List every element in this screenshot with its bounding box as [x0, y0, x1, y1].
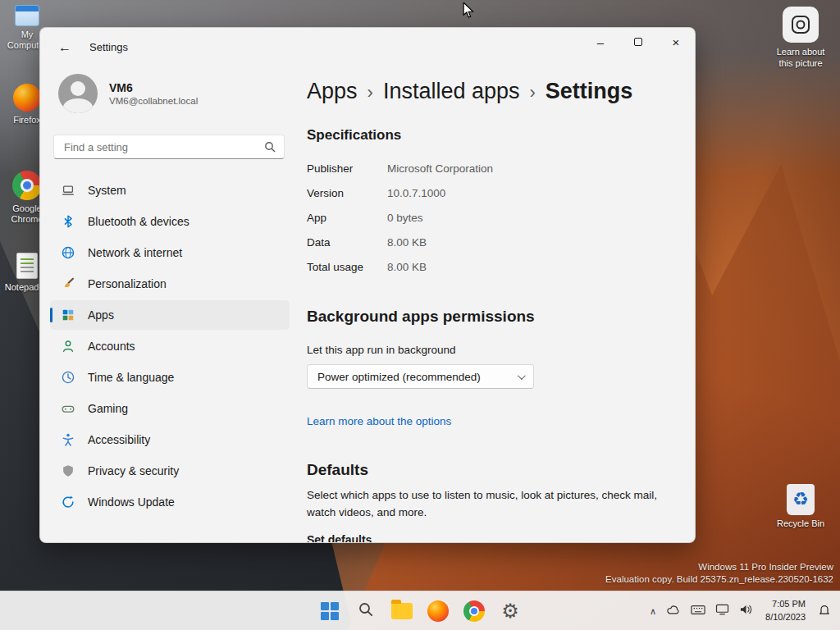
- avatar: [58, 74, 98, 113]
- sidebar-item-windows-update[interactable]: Windows Update: [50, 487, 290, 517]
- sidebar-item-gaming[interactable]: Gaming: [50, 394, 290, 423]
- windows-logo-icon: [321, 602, 339, 620]
- specifications-title: Specifications: [307, 127, 695, 144]
- brush-icon: [60, 276, 76, 292]
- breadcrumb-apps[interactable]: Apps: [307, 79, 358, 104]
- cloud-icon: [666, 604, 681, 619]
- chevron-right-icon: ›: [368, 82, 373, 103]
- settings-taskbar-button[interactable]: ⚙: [494, 595, 527, 628]
- tray-date: 8/10/2023: [765, 611, 806, 624]
- sidebar-item-privacy-security[interactable]: Privacy & security: [50, 456, 290, 486]
- sidebar-item-apps[interactable]: Apps: [50, 300, 290, 330]
- sidebar-item-network-internet[interactable]: Network & internet: [50, 238, 290, 267]
- learn-about-label: Learn about this picture: [776, 47, 825, 70]
- set-defaults-partial-text: Set defaults: [307, 533, 695, 543]
- search-icon: [264, 141, 276, 153]
- spec-row-publisher: Publisher Microsoft Corporation: [307, 157, 695, 181]
- recycle-glyph: ♻: [792, 489, 809, 510]
- user-account[interactable]: VM6 VM6@collabnet.local: [40, 67, 299, 120]
- spec-row-data: Data 8.00 KB: [307, 231, 695, 255]
- start-button[interactable]: [313, 595, 346, 628]
- touch-keyboard-button[interactable]: [687, 595, 710, 628]
- chevron-right-icon: ›: [530, 82, 536, 103]
- volume-button[interactable]: [735, 595, 757, 628]
- clock[interactable]: 7:05 PM 8/10/2023: [759, 598, 812, 624]
- chrome-taskbar-button[interactable]: [458, 595, 491, 628]
- search-input[interactable]: [54, 141, 264, 153]
- sidebar-item-time-language[interactable]: Time & language: [50, 363, 290, 392]
- onedrive-tray-button[interactable]: [662, 595, 685, 628]
- watermark: Windows 11 Pro Insider Preview Evaluatio…: [605, 561, 833, 586]
- folder-icon: [391, 603, 413, 619]
- user-email: VM6@collabnet.local: [109, 96, 198, 106]
- spec-row-total-usage: Total usage 8.00 KB: [307, 255, 695, 280]
- defaults-description: Select which apps to use to listen to mu…: [307, 487, 672, 522]
- shield-icon: [60, 463, 76, 479]
- settings-window: ← Settings – × VM6 VM6@collabnet.local: [39, 27, 696, 543]
- sidebar-item-label: Accessibility: [88, 433, 150, 446]
- sidebar-item-personalization[interactable]: Personalization: [50, 269, 290, 299]
- minimize-button[interactable]: –: [582, 28, 619, 56]
- spec-label: Total usage: [307, 255, 387, 280]
- firefox-taskbar-button[interactable]: [422, 595, 454, 628]
- tray-overflow-button[interactable]: ∧: [646, 595, 660, 628]
- sidebar-item-label: Time & language: [88, 371, 174, 384]
- spec-value: 8.00 KB: [387, 231, 695, 255]
- close-button[interactable]: ×: [657, 28, 695, 56]
- clock-icon: [60, 369, 76, 386]
- desktop: My Computer Firefox Google Chrome Notepa…: [0, 0, 840, 630]
- tray-time: 7:05 PM: [765, 598, 806, 611]
- spec-row-app: App 0 bytes: [307, 206, 695, 231]
- globe-icon: [60, 244, 76, 261]
- sidebar-item-label: Privacy & security: [88, 464, 179, 477]
- notification-center-button[interactable]: [814, 595, 835, 628]
- back-button[interactable]: ←: [50, 34, 80, 61]
- settings-main: Apps › Installed apps › Settings Specifi…: [307, 67, 695, 542]
- spec-value: Microsoft Corporation: [387, 157, 695, 181]
- my-computer-icon: [15, 5, 39, 26]
- spec-label: Version: [307, 181, 387, 206]
- user-name: VM6: [109, 81, 198, 94]
- dropdown-selected-value: Power optimized (recommended): [317, 371, 481, 383]
- sidebar-item-label: Bluetooth & devices: [88, 215, 189, 228]
- sidebar-item-label: Gaming: [88, 402, 128, 415]
- minimize-icon: –: [597, 35, 604, 49]
- search-icon: [358, 601, 374, 621]
- recycle-bin-icon: ♻: [787, 484, 815, 515]
- background-permission-dropdown[interactable]: Power optimized (recommended): [307, 364, 534, 389]
- search-box: [53, 135, 285, 159]
- file-explorer-button[interactable]: [386, 595, 418, 628]
- recycle-bin[interactable]: ♻ Recycle Bin: [776, 484, 825, 528]
- mouse-cursor: [462, 2, 475, 22]
- breadcrumb: Apps › Installed apps › Settings: [307, 79, 695, 104]
- taskbar-search-button[interactable]: [349, 595, 382, 628]
- learn-more-link[interactable]: Learn more about the options: [307, 415, 451, 427]
- background-permissions-title: Background apps permissions: [307, 308, 695, 326]
- sidebar-item-bluetooth-devices[interactable]: Bluetooth & devices: [50, 207, 290, 236]
- cast-display-button[interactable]: [711, 595, 733, 628]
- close-icon: ×: [673, 35, 680, 49]
- maximize-button[interactable]: [619, 28, 657, 56]
- speaker-icon: [739, 604, 753, 619]
- spec-label: App: [307, 206, 387, 231]
- sidebar-item-system[interactable]: System: [50, 176, 290, 205]
- system-icon: [60, 182, 76, 199]
- title-bar[interactable]: ← Settings – ×: [40, 28, 695, 67]
- accessibility-person-icon: [60, 431, 76, 448]
- keyboard-icon: [691, 604, 705, 619]
- learn-about-picture[interactable]: Learn about this picture: [776, 7, 825, 70]
- chrome-icon: [463, 600, 485, 622]
- breadcrumb-installed-apps[interactable]: Installed apps: [383, 79, 520, 104]
- spec-value: 0 bytes: [387, 206, 695, 231]
- chrome-icon: [12, 171, 42, 200]
- taskbar-center-icons: ⚙: [313, 595, 527, 628]
- display-icon: [715, 604, 729, 619]
- notepad-icon: [16, 253, 38, 279]
- spec-label: Data: [307, 231, 387, 255]
- sidebar-item-accessibility[interactable]: Accessibility: [50, 425, 290, 454]
- spec-value: 10.0.7.1000: [387, 181, 695, 206]
- bluetooth-icon: [60, 213, 76, 230]
- person-icon: [60, 338, 76, 354]
- sidebar-item-accounts[interactable]: Accounts: [50, 331, 290, 361]
- run-in-background-label: Let this app run in background: [307, 344, 695, 356]
